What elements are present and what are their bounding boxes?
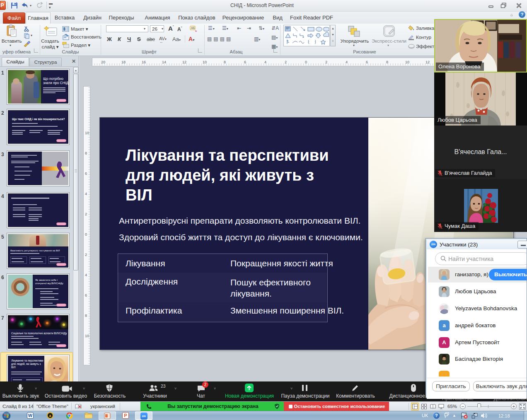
svg-text:АБ: АБ [191, 27, 195, 29]
